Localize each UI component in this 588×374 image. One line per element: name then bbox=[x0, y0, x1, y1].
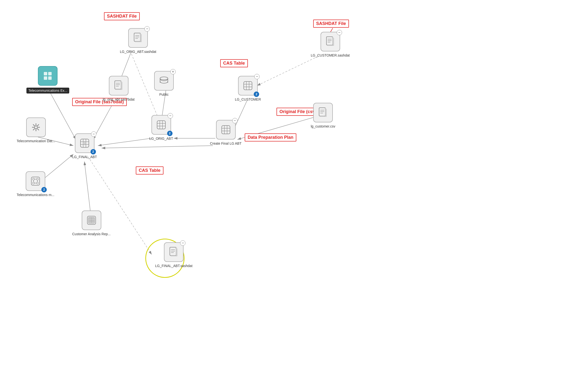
node-lg-final-abt-sashdat[interactable]: − LG_FINAL_ABT.sashdat bbox=[155, 242, 193, 268]
node-lg-customer-sashdat[interactable]: − LG_CUSTOMER.sashdat bbox=[311, 32, 350, 57]
node-create-final-lg-abt[interactable]: − Create Final LG ABT bbox=[210, 120, 242, 145]
node-icon-telecom-dat bbox=[26, 117, 46, 137]
node-icon-lg-customer-csv bbox=[313, 103, 333, 122]
svg-marker-73 bbox=[320, 108, 326, 117]
node-icon-create-final-lg-abt: − bbox=[216, 120, 236, 140]
node-lg-orig-abt-sashdat[interactable]: − LG_ORIG_ABT.sashdat bbox=[120, 28, 156, 54]
node-lg-orig-abt-sas7bdat[interactable]: lg_orig_abt.sas7bdat bbox=[103, 76, 135, 101]
node-label-lg-customer-sashdat: LG_CUSTOMER.sashdat bbox=[311, 53, 350, 57]
plus-btn-public[interactable]: + bbox=[170, 69, 176, 74]
sashdat-file-annotation-2: SASHDAT File bbox=[313, 20, 349, 28]
badge-lg-customer: 2 bbox=[254, 92, 259, 97]
svg-point-75 bbox=[33, 178, 35, 180]
node-icon-lg-final-abt: − 2 bbox=[75, 133, 94, 153]
node-label-lg-orig-abt-cas: LG_ORIG_ABT bbox=[149, 137, 173, 140]
node-icon-public: + bbox=[154, 71, 174, 91]
svg-line-13 bbox=[102, 146, 213, 148]
svg-point-77 bbox=[33, 182, 35, 184]
node-icon-lg-customer: − 2 bbox=[238, 76, 258, 95]
node-lg-customer-csv[interactable]: lg_customer.csv bbox=[311, 103, 335, 128]
node-icon-lg-customer-sashdat: − bbox=[321, 32, 340, 51]
svg-marker-23 bbox=[135, 33, 141, 42]
node-label-telecom-model: Telecommunications m... bbox=[17, 193, 54, 197]
node-label-lg-customer-csv: lg_customer.csv bbox=[311, 124, 335, 128]
minus-btn-create-final[interactable]: − bbox=[232, 118, 238, 123]
svg-rect-64 bbox=[222, 126, 230, 134]
svg-rect-24 bbox=[44, 72, 47, 75]
svg-marker-63 bbox=[327, 37, 334, 46]
node-label-customer-analysis-rep: Customer Analysis Rep... bbox=[72, 232, 111, 236]
svg-marker-95 bbox=[171, 247, 177, 256]
badge-lg-orig-abt: 2 bbox=[167, 131, 173, 136]
minus-btn-lg-orig-abt-sashdat[interactable]: − bbox=[144, 26, 150, 32]
node-customer-analysis-rep[interactable]: Customer Analysis Rep... bbox=[72, 210, 111, 236]
node-icon-lg-final-abt-sashdat: − bbox=[164, 242, 184, 262]
svg-rect-59 bbox=[326, 37, 333, 45]
svg-rect-19 bbox=[134, 33, 140, 41]
node-label-lg-final-abt-sashdat: LG_FINAL_ABT.sashdat bbox=[155, 264, 193, 268]
svg-rect-41 bbox=[157, 121, 165, 129]
cas-table-annotation-1: CAS Table bbox=[220, 59, 248, 67]
node-label-telecom-dat: Telecommunication Dat... bbox=[17, 139, 55, 143]
node-icon-lg-orig-abt-sas7bdat bbox=[109, 76, 128, 95]
minus-btn-lg-final-abt[interactable]: − bbox=[91, 131, 96, 137]
svg-line-9 bbox=[84, 162, 91, 213]
cas-table-annotation-2: CAS Table bbox=[136, 166, 163, 175]
svg-point-40 bbox=[35, 126, 37, 129]
svg-point-78 bbox=[36, 182, 38, 184]
svg-line-15 bbox=[257, 56, 318, 86]
svg-rect-74 bbox=[31, 177, 40, 185]
node-label-public: Public bbox=[159, 93, 169, 96]
node-label-lg-orig-abt-sas7bdat: lg_orig_abt.sas7bdat bbox=[103, 97, 135, 101]
svg-line-6 bbox=[98, 138, 151, 146]
minus-btn-lg-customer-sashdat[interactable]: − bbox=[337, 30, 342, 35]
node-label-create-final-lg-abt: Create Final LG ABT bbox=[210, 141, 242, 145]
node-lg-orig-abt-cas[interactable]: − 2 LG_ORIG_ABT bbox=[149, 115, 173, 140]
node-telecom-dat[interactable]: Telecommunication Dat... bbox=[17, 117, 55, 143]
svg-rect-27 bbox=[48, 76, 52, 80]
svg-marker-32 bbox=[116, 81, 122, 90]
svg-rect-91 bbox=[170, 247, 176, 256]
connection-lines bbox=[0, 0, 588, 374]
node-telecom-ex[interactable]: Telecommunications Ex... bbox=[26, 66, 69, 94]
node-telecom-model[interactable]: 2 Telecommunications m... bbox=[17, 171, 54, 197]
minus-btn-lg-customer[interactable]: − bbox=[254, 74, 260, 79]
node-icon-lg-orig-abt-sashdat: − bbox=[128, 28, 148, 48]
node-public[interactable]: + Public bbox=[154, 71, 174, 96]
data-prep-plan-annotation: Data Preparation Plan bbox=[245, 133, 296, 141]
node-label-lg-orig-abt-sashdat: LG_ORIG_ABT.sashdat bbox=[120, 50, 156, 54]
node-icon-telecom-model: 2 bbox=[26, 171, 45, 191]
svg-rect-28 bbox=[115, 81, 121, 89]
node-icon-telecom-ex bbox=[38, 66, 58, 86]
node-label-lg-customer: LG_CUSTOMER bbox=[235, 97, 261, 101]
svg-point-76 bbox=[36, 178, 38, 180]
minus-btn-lg-final-abt-sashdat[interactable]: − bbox=[180, 240, 185, 246]
svg-rect-26 bbox=[44, 76, 47, 80]
svg-rect-25 bbox=[48, 72, 52, 75]
node-lg-final-abt[interactable]: − 2 LG_FINAL_ABT bbox=[72, 133, 97, 159]
node-icon-lg-orig-abt-cas: − 2 bbox=[151, 115, 171, 135]
node-label-lg-final-abt: LG_FINAL_ABT bbox=[72, 155, 97, 159]
badge-telecom-model: 2 bbox=[41, 187, 47, 192]
node-label-telecom-ex: Telecommunications Ex... bbox=[26, 88, 69, 94]
svg-rect-69 bbox=[319, 108, 325, 116]
node-icon-customer-analysis-rep bbox=[82, 210, 101, 230]
minus-btn-lg-orig-abt[interactable]: − bbox=[168, 113, 173, 118]
badge-lg-final-abt: 2 bbox=[91, 149, 96, 154]
svg-rect-54 bbox=[244, 82, 252, 90]
node-lg-customer[interactable]: − 2 LG_CUSTOMER bbox=[235, 76, 261, 101]
sashdat-file-annotation-1: SASHDAT File bbox=[104, 12, 140, 20]
svg-point-33 bbox=[160, 77, 168, 80]
diagram-canvas: SASHDAT File SASHDAT File CAS Table Orig… bbox=[0, 0, 588, 374]
